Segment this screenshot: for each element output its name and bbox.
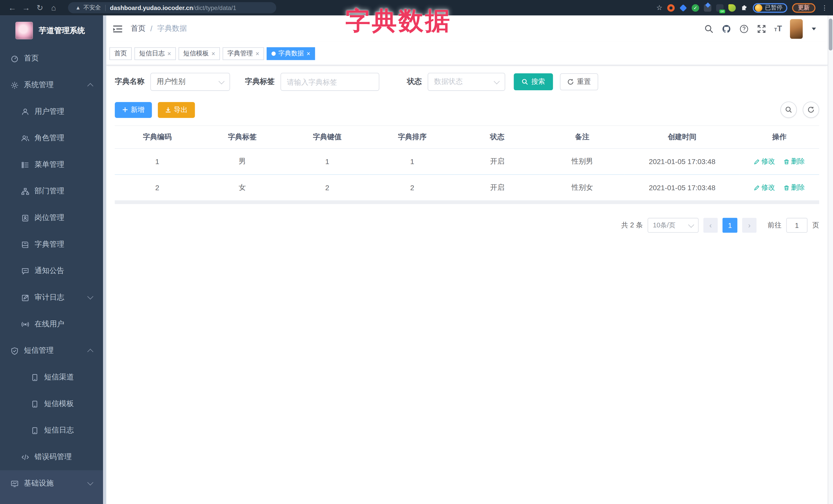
sidebar-item-posts[interactable]: 岗位管理 [0, 205, 103, 231]
browser-back-icon[interactable]: ← [5, 0, 19, 16]
sidebar-item-notice[interactable]: 通知公告 [0, 258, 103, 284]
address-bar[interactable]: ▲ 不安全 dashboard.yudao.iocoder.cn /dict/t… [68, 2, 276, 13]
browser-reload-icon[interactable]: ↻ [33, 0, 47, 16]
refresh-button[interactable] [803, 101, 819, 118]
breadcrumb-home[interactable]: 首页 [131, 24, 146, 33]
badge-icon [21, 214, 29, 222]
goto-page-input[interactable] [787, 218, 807, 232]
sidebar-item-error-codes[interactable]: 错误码管理 [0, 444, 103, 471]
sidebar-item-system[interactable]: 系统管理 [0, 72, 103, 98]
toggle-search-button[interactable] [781, 101, 797, 118]
main-area: 首页 / 字典数据 TT [106, 16, 828, 504]
extensions-puzzle-icon[interactable] [740, 3, 748, 12]
sidebar-item-sms[interactable]: 短信管理 [0, 337, 103, 364]
chevron-down-icon [88, 479, 93, 485]
extension-orange-icon[interactable] [667, 4, 674, 11]
edit-link[interactable]: 修改 [754, 157, 775, 166]
message-bubble-icon [21, 267, 29, 275]
user-menu-caret-icon[interactable] [812, 27, 816, 30]
dict-tag-input[interactable] [287, 78, 373, 86]
extension-green-check-icon[interactable]: ✓ [692, 4, 699, 11]
tab-dict-data[interactable]: 字典数据× [267, 47, 315, 60]
scrollbar-thumb[interactable] [829, 19, 832, 50]
status-label: 状态 [407, 77, 422, 87]
security-label: 不安全 [83, 4, 101, 12]
browser-update-button[interactable]: 更新 [792, 3, 815, 12]
sidebar-item-audit-log[interactable]: 审计日志 [0, 284, 103, 311]
sidebar-item-sms-channel[interactable]: 短信渠道 [0, 364, 103, 391]
app-title: 芋道管理系统 [39, 25, 85, 35]
export-button[interactable]: 导出 [158, 102, 195, 118]
sidebar-item-infrastructure[interactable]: 基础设施 [0, 470, 103, 497]
page-scrollbar[interactable] [828, 16, 833, 504]
help-icon[interactable] [739, 24, 749, 33]
table-row[interactable]: 2 女 2 2 开启 性别女 2021-01-05 17:03:48 修改 [115, 174, 819, 201]
delete-link[interactable]: 删除 [784, 157, 805, 166]
browser-home-icon[interactable]: ⌂ [47, 0, 61, 16]
sidebar-item-sms-template[interactable]: 短信模板 [0, 390, 103, 417]
profile-paused-badge[interactable]: 已暂停 [753, 3, 787, 12]
sidebar-item-dict[interactable]: 字典管理 [0, 231, 103, 258]
page-size-select[interactable]: 10条/页 [648, 218, 699, 233]
app-logo-row[interactable]: 芋道管理系统 [0, 16, 103, 45]
search-form: 字典名称 用户性别 字典标签 状态 数据状态 搜索 [115, 73, 819, 91]
browser-forward-icon[interactable]: → [19, 0, 33, 16]
sidebar-bottom-section: 基础设施 [0, 470, 103, 504]
url-path: /dict/type/data/1 [193, 5, 236, 11]
sidebar-item-sms-log[interactable]: 短信日志 [0, 417, 103, 444]
shield-check-icon [10, 346, 19, 355]
close-icon[interactable]: × [307, 50, 310, 57]
close-icon[interactable]: × [167, 50, 171, 57]
reset-button[interactable]: 重置 [560, 73, 598, 90]
extension-blue-gem-icon[interactable] [680, 4, 687, 11]
col-header-actions: 操作 [739, 126, 819, 148]
dict-data-table: 字典编码 字典标签 字典键值 字典排序 状态 备注 创建时间 操作 1 男 1 [115, 125, 819, 201]
breadcrumb-current: 字典数据 [157, 24, 187, 33]
sidebar-item-menus[interactable]: 菜单管理 [0, 151, 103, 178]
sidebar-item-users[interactable]: 用户管理 [0, 98, 103, 125]
status-text: 开启 [455, 174, 540, 201]
close-icon[interactable]: × [211, 50, 215, 57]
sidebar-item-departments[interactable]: 部门管理 [0, 178, 103, 205]
add-button[interactable]: 新增 [115, 102, 152, 118]
search-button[interactable]: 搜索 [514, 73, 553, 90]
extension-switch-icon[interactable]: on [716, 4, 723, 11]
screen: ← → ↻ ⌂ ▲ 不安全 dashboard.yudao.iocoder.cn… [0, 0, 833, 504]
book-icon [21, 240, 29, 248]
tab-sms-template[interactable]: 短信模板× [178, 47, 220, 60]
tab-home[interactable]: 首页 [110, 47, 132, 60]
edit-link[interactable]: 修改 [754, 183, 775, 192]
diamond-icon [705, 2, 711, 7]
browser-menu-icon[interactable]: ⋮ [821, 4, 828, 11]
extension-slider-icon[interactable] [704, 4, 711, 11]
table-row[interactable]: 1 男 1 1 开启 性别男 2021-01-05 17:03:48 修改 [115, 148, 819, 174]
header-search-icon[interactable] [704, 24, 714, 33]
prev-page-button[interactable]: ‹ [703, 218, 718, 233]
next-page-button[interactable]: › [742, 218, 757, 233]
sidebar-item-roles[interactable]: 角色管理 [0, 125, 103, 151]
bookmark-star-icon[interactable]: ☆ [656, 4, 662, 12]
sidebar-toggle-icon[interactable] [110, 16, 125, 42]
delete-link[interactable]: 删除 [784, 183, 805, 192]
sidebar-scrollbar[interactable] [103, 16, 106, 504]
sidebar-item-home[interactable]: 首页 [0, 45, 103, 72]
tab-dict-manage[interactable]: 字典管理× [223, 47, 264, 60]
breadcrumb: 首页 / 字典数据 [131, 24, 187, 33]
github-icon[interactable] [721, 24, 731, 33]
col-header-value: 字典键值 [285, 126, 370, 148]
font-size-icon[interactable]: TT [774, 24, 782, 33]
dashboard-icon [10, 54, 19, 62]
chevron-down-icon [688, 221, 694, 227]
user-avatar[interactable] [790, 19, 803, 39]
fullscreen-icon[interactable] [757, 24, 766, 33]
dict-name-select[interactable]: 用户性别 [150, 73, 230, 91]
status-select[interactable]: 数据状态 [428, 73, 505, 91]
active-dot-icon [271, 51, 276, 56]
extension-leaf-icon[interactable] [729, 4, 736, 11]
close-icon[interactable]: × [256, 50, 259, 57]
sidebar-item-online-users[interactable]: 在线用户 [0, 311, 103, 338]
page-number-1[interactable]: 1 [722, 218, 737, 233]
col-header-remark: 备注 [540, 126, 625, 148]
tab-sms-log[interactable]: 短信日志× [134, 47, 176, 60]
phone-icon [31, 400, 39, 408]
